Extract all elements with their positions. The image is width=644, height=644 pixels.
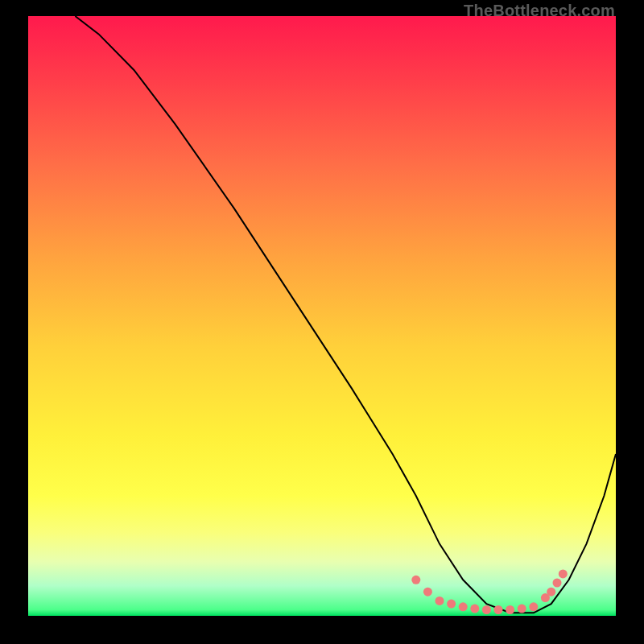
marker-point (506, 605, 514, 614)
marker-point (459, 602, 468, 611)
watermark-text: TheBottleneck.com (464, 2, 615, 20)
marker-point (411, 576, 420, 584)
marker-point (447, 600, 456, 609)
marker-point (494, 605, 503, 614)
marker-point (559, 569, 568, 578)
marker-point (482, 605, 491, 614)
marker-point (553, 579, 562, 588)
marker-point (547, 588, 555, 597)
chart-frame: TheBottleneck.com (0, 0, 644, 644)
marker-point (529, 602, 538, 611)
chart-svg (28, 16, 616, 616)
curve-line (75, 16, 616, 613)
marker-point (470, 605, 479, 613)
marker-point (423, 588, 432, 597)
marker-point (436, 597, 444, 605)
marker-point (518, 605, 526, 613)
plot-area (28, 16, 616, 616)
